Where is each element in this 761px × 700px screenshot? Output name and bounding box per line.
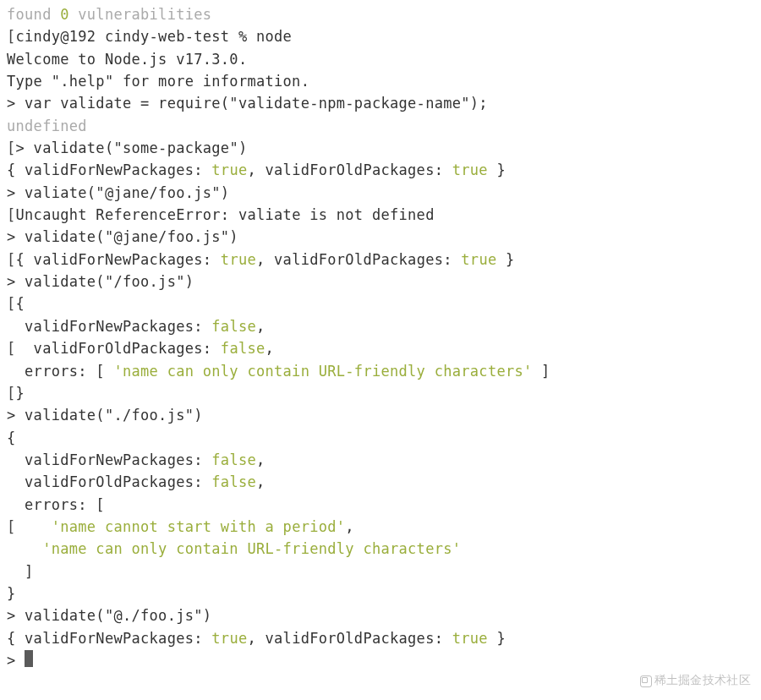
output-line: validForOldPackages: false, [7, 471, 754, 493]
prompt-line: [cindy@192 cindy-web-test % node [7, 25, 754, 47]
output-line: { validForNewPackages: true, validForOld… [7, 627, 754, 649]
output-line: validForNewPackages: false, [7, 449, 754, 471]
error-line: [Uncaught ReferenceError: valiate is not… [7, 204, 754, 226]
prompt-line[interactable]: > [7, 649, 754, 671]
output-line: errors: [ [7, 494, 754, 516]
output-line: undefined [7, 115, 754, 137]
output-line: [ validForOldPackages: false, [7, 337, 754, 359]
output-line: { [7, 427, 754, 449]
input-line: > valiate("@jane/foo.js") [7, 182, 754, 204]
input-line: > validate("@jane/foo.js") [7, 226, 754, 248]
output-line: Welcome to Node.js v17.3.0. [7, 48, 754, 70]
output-line: [{ validForNewPackages: true, validForOl… [7, 249, 754, 271]
input-line: > validate("@./foo.js") [7, 604, 754, 626]
watermark-icon [640, 675, 652, 687]
output-line: ] [7, 561, 754, 582]
output-line: found 0 vulnerabilities [7, 3, 754, 25]
output-line: Type ".help" for more information. [7, 70, 754, 92]
output-line: validForNewPackages: false, [7, 315, 754, 337]
output-line: 'name can only contain URL-friendly char… [7, 538, 754, 560]
input-line: > var validate = require("validate-npm-p… [7, 92, 754, 114]
cursor-icon [25, 650, 33, 667]
output-line: } [7, 582, 754, 604]
output-line: [ 'name cannot start with a period', [7, 516, 754, 538]
output-line: [{ [7, 293, 754, 314]
watermark: 稀土掘金技术社区 [640, 671, 751, 690]
output-line: errors: [ 'name can only contain URL-fri… [7, 360, 754, 382]
output-line: [} [7, 382, 754, 404]
terminal-output[interactable]: found 0 vulnerabilities [cindy@192 cindy… [7, 3, 754, 671]
input-line: [> validate("some-package") [7, 137, 754, 159]
output-line: { validForNewPackages: true, validForOld… [7, 159, 754, 181]
input-line: > validate("/foo.js") [7, 271, 754, 293]
input-line: > validate("./foo.js") [7, 404, 754, 426]
